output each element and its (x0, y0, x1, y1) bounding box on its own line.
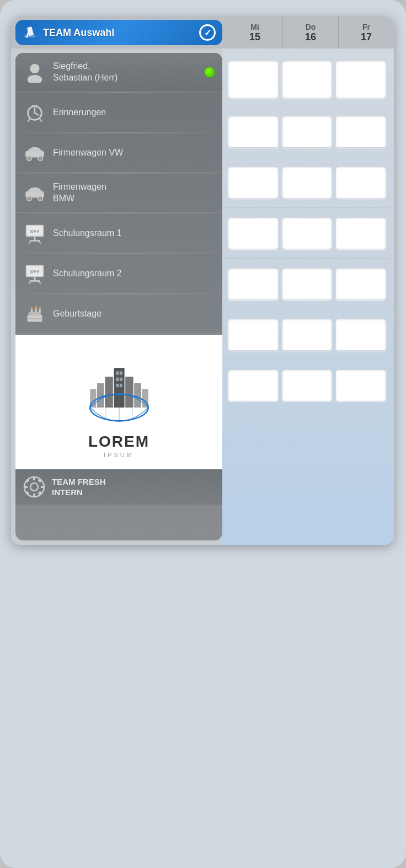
grid-cell-2-1[interactable] (282, 167, 333, 199)
online-status-dot (205, 67, 215, 77)
sidebar-item-firmenwagen-vw-label: Firmenwagen VW (53, 147, 215, 159)
bottom-bar-label: TEAM FRESHINTERN (52, 476, 106, 498)
grid-cell-2-0[interactable] (228, 167, 279, 199)
car-vw-svg (23, 144, 46, 161)
bottom-bar[interactable]: TEAM FRESHINTERN (15, 469, 222, 505)
grid-cell-5-0[interactable] (228, 319, 279, 351)
sidebar-item-firmenwagen-bmw[interactable]: FirmenwagenBMW (15, 174, 222, 213)
grid-cell-3-1[interactable] (282, 217, 333, 249)
svg-rect-24 (31, 189, 38, 191)
svg-rect-58 (119, 378, 122, 381)
svg-rect-68 (33, 494, 35, 497)
sidebar-item-firmenwagen-bmw-label: FirmenwagenBMW (53, 181, 215, 205)
grid-row-4 (225, 259, 389, 309)
grid-cell-2-2[interactable] (335, 167, 386, 199)
grid-cell-6-0[interactable] (228, 369, 279, 401)
svg-point-45 (35, 306, 37, 309)
sidebar-item-erinnerungen-label: Erinnerungen (53, 107, 215, 119)
inner-container: TEAM Auswahl Mi 15 Do 16 Fr 17 (11, 17, 394, 545)
svg-rect-69 (24, 486, 28, 488)
svg-point-5 (28, 75, 42, 83)
svg-rect-18 (31, 148, 38, 151)
day-number-mi: 15 (249, 31, 260, 43)
svg-text:X+Y: X+Y (30, 229, 39, 234)
grid-cell-4-1[interactable] (282, 268, 333, 300)
gear-icon (23, 476, 45, 498)
svg-rect-52 (134, 383, 141, 408)
main-area: Siegfried,Sebastian (Herr) (11, 49, 394, 545)
sidebar-item-geburtstage[interactable]: Geburtstage (15, 294, 222, 334)
svg-point-46 (39, 307, 41, 309)
svg-rect-39 (28, 315, 42, 322)
car-bmw-svg (23, 185, 46, 201)
birthday-icon (23, 302, 46, 325)
grid-cell-3-2[interactable] (335, 217, 386, 249)
sidebar-item-schulungsraum1[interactable]: X+Y Schulungsraum 1 (15, 214, 222, 253)
sidebar-item-geburtstage-label: Geburtstage (53, 308, 215, 320)
person-svg (24, 62, 45, 83)
grid-row-0 (225, 53, 389, 106)
sidebar-item-person[interactable]: Siegfried,Sebastian (Herr) (15, 53, 222, 92)
day-number-fr: 17 (361, 31, 372, 43)
grid-cell-6-1[interactable] (282, 369, 333, 401)
day-headers: Mi 15 Do 16 Fr 17 (227, 17, 394, 49)
company-tagline: IPSUM (104, 452, 134, 458)
pencil-icon (22, 25, 38, 40)
board2-svg: X+Y (25, 263, 45, 284)
svg-point-17 (39, 157, 41, 159)
logo-area: LOREM IPSUM (15, 335, 222, 469)
svg-point-44 (31, 307, 33, 309)
team-auswahl-label: TEAM Auswahl (43, 27, 194, 39)
day-name-fr: Fr (362, 23, 370, 31)
svg-point-16 (28, 157, 30, 159)
board1-svg: X+Y (25, 223, 45, 244)
svg-point-23 (39, 197, 41, 199)
svg-rect-67 (33, 477, 35, 480)
board1-icon: X+Y (23, 222, 46, 245)
svg-text:X+Y: X+Y (30, 269, 39, 275)
clock-icon (23, 101, 46, 124)
grid-cell-0-0[interactable] (228, 61, 279, 98)
team-auswahl-button[interactable]: TEAM Auswahl (15, 20, 222, 45)
sidebar-item-firmenwagen-vw[interactable]: Firmenwagen VW (15, 133, 222, 173)
company-logo (75, 351, 163, 428)
grid-row-2 (225, 157, 389, 208)
grid-cell-0-2[interactable] (335, 61, 386, 98)
birthday-svg (25, 304, 45, 324)
grid-cell-5-1[interactable] (282, 319, 333, 351)
day-header-fr: Fr 17 (338, 17, 394, 49)
grid-cell-4-0[interactable] (228, 268, 279, 300)
svg-line-12 (40, 119, 42, 121)
grid-cell-1-1[interactable] (282, 116, 333, 148)
grid-cell-1-2[interactable] (335, 116, 386, 148)
check-circle-icon (199, 24, 216, 41)
grid-row-1 (225, 106, 389, 157)
svg-point-4 (30, 64, 39, 73)
clock-svg (24, 102, 45, 123)
svg-point-22 (28, 197, 30, 199)
day-name-mi: Mi (250, 23, 259, 31)
app-container: TEAM Auswahl Mi 15 Do 16 Fr 17 (0, 0, 406, 868)
svg-point-66 (30, 483, 38, 491)
grid-area (222, 49, 394, 545)
svg-rect-70 (41, 486, 44, 488)
svg-line-11 (28, 119, 30, 121)
grid-cell-1-0[interactable] (228, 116, 279, 148)
person-icon (23, 61, 46, 84)
sidebar-item-schulungsraum2-label: Schulungsraum 2 (53, 268, 215, 280)
grid-cell-3-0[interactable] (228, 217, 279, 249)
svg-rect-51 (97, 383, 104, 408)
svg-rect-57 (116, 378, 119, 381)
day-number-do: 16 (305, 31, 316, 43)
day-name-do: Do (306, 23, 316, 31)
grid-cell-4-2[interactable] (335, 268, 386, 300)
sidebar-item-erinnerungen[interactable]: Erinnerungen (15, 93, 222, 132)
grid-cell-6-2[interactable] (335, 369, 386, 401)
grid-row-3 (225, 208, 389, 259)
svg-rect-40 (29, 312, 41, 315)
sidebar: Siegfried,Sebastian (Herr) (15, 53, 222, 540)
grid-cell-5-2[interactable] (335, 319, 386, 351)
sidebar-item-schulungsraum2[interactable]: X+Y Schulungsraum 2 (15, 254, 222, 293)
grid-cell-0-1[interactable] (282, 61, 333, 98)
company-name: LOREM (88, 433, 149, 451)
